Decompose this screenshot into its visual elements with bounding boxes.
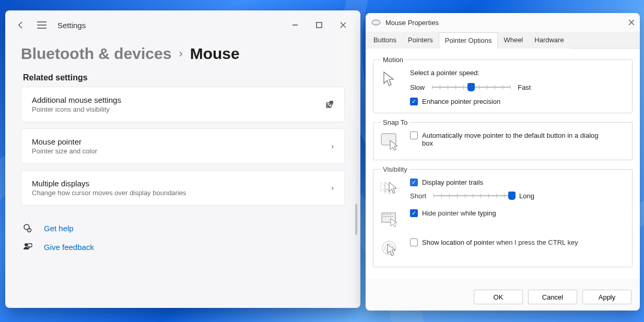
settings-header: Settings bbox=[5, 10, 360, 40]
visibility-group: Visibility ✓ Display pointer trails bbox=[373, 165, 633, 267]
section-title: Related settings bbox=[5, 67, 360, 87]
link-label: Get help bbox=[44, 224, 74, 233]
trails-label: Display pointer trails bbox=[422, 178, 483, 186]
card-mouse-pointer[interactable]: Mouse pointer Pointer size and color › bbox=[21, 128, 345, 164]
ctrl-locate-icon bbox=[380, 238, 401, 259]
tab-hardware[interactable]: Hardware bbox=[529, 32, 569, 49]
svg-point-5 bbox=[25, 243, 28, 246]
tab-buttons[interactable]: Buttons bbox=[368, 32, 402, 49]
pointer-icon bbox=[380, 69, 401, 90]
breadcrumb-parent[interactable]: Bluetooth & devices bbox=[21, 45, 171, 63]
help-links: ? Get help Give feedback bbox=[5, 213, 360, 262]
close-button[interactable] bbox=[331, 17, 355, 33]
dialog-title: Mouse Properties bbox=[385, 19, 439, 27]
external-link-icon bbox=[325, 100, 334, 109]
pointer-speed-slider[interactable] bbox=[432, 82, 510, 92]
hide-typing-icon bbox=[380, 209, 401, 230]
card-title: Additional mouse settings bbox=[32, 96, 121, 104]
chevron-right-icon: › bbox=[179, 47, 182, 61]
group-legend: Visibility bbox=[381, 165, 409, 173]
checkbox-unchecked-icon bbox=[410, 238, 418, 246]
trails-row[interactable]: ✓ Display pointer trails bbox=[410, 178, 626, 186]
group-legend: Motion bbox=[381, 56, 405, 64]
card-additional-mouse-settings[interactable]: Additional mouse settings Pointer icons … bbox=[21, 87, 345, 122]
maximize-button[interactable] bbox=[307, 17, 331, 33]
enhance-precision-label: Enhance pointer precision bbox=[422, 98, 500, 105]
ok-button[interactable]: OK bbox=[474, 290, 523, 304]
chevron-right-icon: › bbox=[331, 184, 334, 192]
pointer-speed-label: Select a pointer speed: bbox=[410, 69, 626, 77]
help-icon: ? bbox=[23, 223, 34, 233]
back-button[interactable] bbox=[10, 15, 31, 35]
get-help-link[interactable]: ? Get help bbox=[23, 223, 343, 233]
dialog-buttons: OK Cancel Apply bbox=[474, 290, 631, 304]
hide-typing-label: Hide pointer while typing bbox=[422, 209, 496, 217]
hide-typing-row[interactable]: ✓ Hide pointer while typing bbox=[410, 209, 496, 217]
checkbox-checked-icon: ✓ bbox=[410, 178, 418, 186]
card-title: Multiple displays bbox=[32, 179, 186, 188]
slow-label: Slow bbox=[410, 84, 425, 91]
mouse-properties-window: Mouse Properties Buttons Pointers Pointe… bbox=[366, 13, 640, 311]
checkbox-unchecked-icon bbox=[410, 132, 418, 139]
trails-icon bbox=[380, 178, 401, 199]
long-label: Long bbox=[519, 192, 534, 200]
checkbox-checked-icon: ✓ bbox=[410, 209, 418, 217]
svg-point-7 bbox=[372, 20, 380, 25]
svg-text:?: ? bbox=[29, 229, 30, 232]
breadcrumb-current: Mouse bbox=[190, 45, 240, 63]
enhance-precision-row[interactable]: ✓ Enhance pointer precision bbox=[410, 98, 626, 105]
svg-rect-0 bbox=[317, 22, 322, 28]
svg-rect-6 bbox=[28, 244, 32, 247]
snap-auto-label: Automatically move pointer to the defaul… bbox=[422, 132, 610, 147]
card-subtitle: Change how cursor moves over display bou… bbox=[32, 189, 186, 197]
breadcrumb: Bluetooth & devices › Mouse bbox=[5, 40, 360, 67]
snap-auto-row[interactable]: Automatically move pointer to the defaul… bbox=[410, 132, 610, 147]
settings-window: Settings Bluetooth & devices › Mouse Rel… bbox=[5, 10, 360, 308]
window-controls bbox=[283, 17, 355, 33]
snap-icon bbox=[380, 132, 401, 152]
link-label: Give feedback bbox=[44, 243, 94, 252]
svg-rect-9 bbox=[381, 134, 396, 145]
related-settings-list: Additional mouse settings Pointer icons … bbox=[5, 87, 360, 206]
tab-pane: Motion Select a pointer speed: Slow Fast bbox=[366, 49, 640, 279]
mouse-icon bbox=[371, 19, 381, 26]
close-button[interactable] bbox=[628, 19, 635, 26]
ctrl-locate-row[interactable]: Show location of pointer when I press th… bbox=[410, 238, 578, 246]
trails-length-slider[interactable] bbox=[434, 190, 512, 201]
snap-to-group: Snap To Automatically move pointer to th… bbox=[373, 118, 633, 160]
dialog-titlebar: Mouse Properties bbox=[366, 13, 640, 32]
fast-label: Fast bbox=[518, 84, 531, 91]
feedback-icon bbox=[23, 242, 34, 252]
card-subtitle: Pointer size and color bbox=[32, 147, 97, 155]
card-subtitle: Pointer icons and visibility bbox=[32, 105, 121, 113]
apply-button[interactable]: Apply bbox=[582, 290, 631, 304]
cancel-button[interactable]: Cancel bbox=[528, 290, 577, 304]
app-title: Settings bbox=[57, 21, 86, 30]
card-title: Mouse pointer bbox=[32, 137, 97, 146]
give-feedback-link[interactable]: Give feedback bbox=[23, 242, 343, 252]
ctrl-locate-label: Show location of pointer when I press th… bbox=[422, 238, 578, 246]
chevron-right-icon: › bbox=[331, 142, 334, 150]
checkbox-checked-icon: ✓ bbox=[410, 98, 418, 105]
tab-bar: Buttons Pointers Pointer Options Wheel H… bbox=[366, 32, 640, 49]
group-legend: Snap To bbox=[381, 118, 409, 126]
scrollbar[interactable] bbox=[355, 204, 357, 235]
tab-pointers[interactable]: Pointers bbox=[402, 32, 439, 49]
hamburger-menu[interactable] bbox=[31, 15, 52, 35]
tab-wheel[interactable]: Wheel bbox=[498, 32, 529, 49]
short-label: Short bbox=[410, 192, 426, 200]
minimize-button[interactable] bbox=[283, 17, 307, 33]
card-multiple-displays[interactable]: Multiple displays Change how cursor move… bbox=[21, 170, 345, 206]
motion-group: Motion Select a pointer speed: Slow Fast bbox=[373, 56, 633, 113]
svg-point-8 bbox=[372, 20, 380, 25]
tab-pointer-options[interactable]: Pointer Options bbox=[439, 32, 498, 49]
